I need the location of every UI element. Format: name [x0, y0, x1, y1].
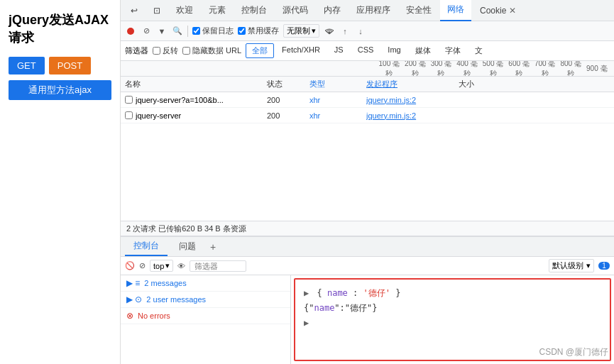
hide-data-url-checkbox[interactable]: 隐藏数据 URL — [182, 45, 241, 56]
tab-application[interactable]: 应用程序 — [349, 0, 398, 21]
left-panel: jQuery发送AJAX 请求 GET POST 通用型方法ajax — [0, 0, 121, 364]
json-line-3[interactable]: ▶ — [304, 316, 601, 330]
console-item-messages[interactable]: ▶ ≡ 2 messages — [121, 275, 290, 292]
tick-900: 900 毫 — [584, 64, 610, 74]
console-message-list: ▶ ≡ 2 messages ▶ ⊙ 2 user messages ⊗ No … — [121, 275, 291, 364]
tick-700: 700 毫秒 — [532, 61, 558, 77]
message-count-badge: 1 — [598, 262, 610, 270]
console-clear-button[interactable]: 🚫 — [125, 261, 135, 270]
level-chevron-icon: ▾ — [586, 261, 591, 270]
row2-status: 200 — [267, 111, 309, 120]
tick-300: 300 毫秒 — [428, 61, 454, 77]
ajax-button[interactable]: 通用型方法ajax — [9, 80, 111, 100]
json-line-1[interactable]: ▶ { name : '德仔' } — [304, 287, 601, 300]
tab-elements[interactable]: 元素 — [202, 0, 233, 21]
table-header: 名称 状态 类型 发起程序 大小 — [121, 77, 614, 92]
tick-800: 800 毫秒 — [558, 61, 584, 77]
filter-tab-css[interactable]: CSS — [351, 43, 380, 58]
console-item-errors[interactable]: ⊗ No errors — [121, 308, 290, 324]
throttle-select[interactable]: 无限制 ▾ — [283, 24, 319, 38]
preserve-log-checkbox[interactable]: 保留日志 — [192, 26, 234, 36]
svg-point-0 — [127, 28, 134, 35]
clear-button[interactable]: ⊘ — [141, 26, 152, 37]
header-status[interactable]: 状态 — [267, 79, 309, 89]
tab-cookie[interactable]: Cookie ✕ — [473, 0, 523, 21]
filter-tab-js[interactable]: JS — [328, 43, 350, 58]
row1-status: 200 — [267, 96, 309, 104]
tab-welcome[interactable]: 欢迎 — [169, 0, 200, 21]
search-button[interactable]: 🔍 — [172, 26, 183, 37]
header-size[interactable]: 大小 — [459, 79, 610, 89]
filter-tab-img[interactable]: Img — [381, 43, 407, 58]
row1-type: xhr — [309, 96, 366, 104]
filter-icon[interactable]: ▼ — [156, 26, 168, 37]
row1-initiator[interactable]: jquery.min.js:2 — [366, 96, 459, 104]
disable-cache-checkbox[interactable]: 禁用缓存 — [238, 26, 279, 36]
console-item-user-messages[interactable]: ▶ ⊙ 2 user messages — [121, 292, 290, 308]
tick-600: 600 毫秒 — [506, 61, 532, 77]
record-button[interactable] — [125, 26, 136, 37]
table-row[interactable]: jquery-server?a=100&b... 200 xhr jquery.… — [121, 92, 614, 108]
console-eye-button[interactable]: 👁 — [177, 262, 185, 270]
timeline-header: 100 毫秒 200 毫秒 300 毫秒 400 毫秒 500 毫秒 600 毫… — [121, 61, 614, 77]
tab-back[interactable]: ↩ — [124, 0, 145, 21]
console-toolbar: 🚫 ⊘ top ▾ 👁 默认级别 ▾ 1 — [121, 257, 614, 275]
list-icon: ▶ ≡ — [126, 278, 140, 288]
header-initiator[interactable]: 发起程序 — [366, 79, 459, 89]
filter-tab-doc[interactable]: 文 — [468, 43, 489, 58]
filter-tab-fetch[interactable]: Fetch/XHR — [275, 43, 327, 58]
network-main: ⊘ ▼ 🔍 保留日志 禁用缓存 无限制 ▾ ↑ ↓ 筛选器 反 — [121, 21, 614, 364]
row2-initiator[interactable]: jquery.min.js:2 — [366, 111, 459, 120]
upload-icon[interactable]: ↑ — [339, 26, 351, 37]
console-filter-button[interactable]: ⊘ — [139, 261, 146, 270]
filter-tab-all[interactable]: 全部 — [246, 43, 274, 58]
tab-inspect[interactable]: ⊡ — [146, 0, 168, 21]
page-title: jQuery发送AJAX 请求 — [9, 11, 111, 47]
filter-tab-font[interactable]: 字体 — [439, 43, 467, 58]
network-table-body: jquery-server?a=100&b... 200 xhr jquery.… — [121, 92, 614, 221]
csdn-watermark: CSDN @厦门德仔 — [539, 346, 608, 358]
error-icon: ⊗ — [126, 311, 133, 321]
tick-400: 400 毫秒 — [454, 61, 481, 77]
bottom-panel: 控制台 问题 + 🚫 ⊘ top ▾ 👁 默认级别 ▾ 1 — [121, 236, 614, 364]
get-button[interactable]: GET — [9, 57, 45, 75]
expand-arrow2-icon[interactable]: ▶ — [304, 318, 309, 328]
tab-memory[interactable]: 内存 — [317, 0, 348, 21]
header-type[interactable]: 类型 — [309, 79, 366, 89]
reverse-checkbox[interactable]: 反转 — [153, 45, 178, 56]
network-table-area: 100 毫秒 200 毫秒 300 毫秒 400 毫秒 500 毫秒 600 毫… — [121, 61, 614, 236]
chevron-down-icon: ▾ — [312, 26, 316, 35]
tab-issues[interactable]: 问题 — [170, 238, 204, 255]
header-name[interactable]: 名称 — [125, 79, 267, 89]
tab-network[interactable]: 网络 — [440, 0, 471, 21]
tab-console[interactable]: 控制台 — [234, 0, 274, 21]
filter-label: 筛选器 — [125, 45, 148, 56]
json-line-2: {"name":"德仔"} — [304, 302, 601, 315]
devtools-tab-bar: ↩ ⊡ 欢迎 元素 控制台 源代码 内存 应用程序 安全性 网络 Cookie … — [121, 0, 614, 21]
log-level-select[interactable]: 默认级别 ▾ — [549, 259, 594, 272]
table-row[interactable]: jquery-server 200 xhr jquery.min.js:2 — [121, 108, 614, 123]
tick-100: 100 毫秒 — [376, 61, 402, 77]
post-button[interactable]: POST — [49, 57, 91, 75]
console-filter-input[interactable] — [190, 260, 246, 272]
top-selector-label: top — [153, 262, 164, 270]
row1-checkbox[interactable] — [125, 96, 133, 104]
tab-sources[interactable]: 源代码 — [275, 0, 315, 21]
tab-console-bottom[interactable]: 控制台 — [125, 237, 168, 256]
context-selector[interactable]: top ▾ — [150, 260, 173, 272]
close-icon[interactable]: ✕ — [509, 6, 516, 16]
selector-chevron-icon: ▾ — [165, 261, 170, 270]
tab-security[interactable]: 安全性 — [399, 0, 439, 21]
method-buttons: GET POST — [9, 57, 111, 75]
add-tab-button[interactable]: + — [207, 241, 219, 253]
download-icon[interactable]: ↓ — [355, 26, 366, 37]
row2-checkbox[interactable] — [125, 111, 133, 119]
filter-tab-media[interactable]: 媒体 — [409, 43, 437, 58]
network-toolbar: ⊘ ▼ 🔍 保留日志 禁用缓存 无限制 ▾ ↑ ↓ — [121, 21, 614, 41]
row2-type: xhr — [309, 111, 366, 120]
row1-name: jquery-server?a=100&b... — [125, 96, 267, 104]
expand-arrow-icon[interactable]: ▶ — [304, 288, 309, 298]
tick-500: 500 毫秒 — [480, 61, 506, 77]
console-item-label: 2 user messages — [146, 295, 206, 304]
wifi-icon[interactable] — [324, 26, 335, 37]
